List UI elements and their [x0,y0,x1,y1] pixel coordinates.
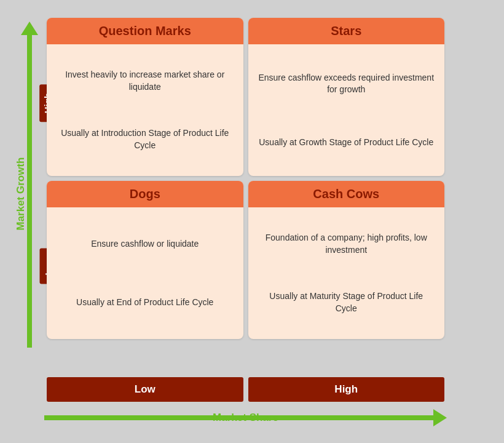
x-axis-text: Market Share [213,412,278,423]
question-marks-header: Question Marks [47,18,243,44]
quadrant-stars: Stars Ensure cashflow exceeds required i… [248,18,445,176]
cash-cows-text2: Usually at Maturity Stage of Product Lif… [258,290,435,314]
stars-text1: Ensure cashflow exceeds required investm… [258,72,435,96]
question-marks-title: Question Marks [99,24,191,38]
stars-text2: Usually at Growth Stage of Product Life … [258,137,435,149]
dogs-text2: Usually at End of Product Life Cycle [57,297,234,309]
dogs-title: Dogs [130,187,160,201]
dogs-body: Ensure cashflow or liquidate Usually at … [47,207,243,339]
stars-title: Stars [331,24,361,38]
cash-cows-body: Foundation of a company; high profits, l… [248,207,445,339]
quadrant-cash-cows: Cash Cows Foundation of a company; high … [248,181,445,339]
bcg-matrix-grid: Question Marks Invest heavily to increas… [44,15,447,341]
cash-cows-text1: Foundation of a company; high profits, l… [258,232,435,256]
x-axis-label: Market Share [44,412,447,424]
y-axis-arrowhead [21,22,38,35]
dogs-text1: Ensure cashflow or liquidate [57,238,234,250]
bottom-label-low: Low [47,377,243,402]
bottom-label-high: High [248,377,445,402]
bottom-labels: Low High [44,377,447,402]
cash-cows-header: Cash Cows [248,181,445,207]
stars-body: Ensure cashflow exceeds required investm… [248,44,445,176]
dogs-header: Dogs [47,181,243,207]
y-axis-text: Market Growth [15,157,27,230]
bcg-matrix-container: Market Growth High Low Question Marks In… [12,9,492,434]
quadrant-question-marks: Question Marks Invest heavily to increas… [47,18,243,176]
question-marks-text1: Invest heavily to increase market share … [57,69,234,93]
question-marks-text2: Usually at Introduction Stage of Product… [57,127,234,151]
question-marks-body: Invest heavily to increase market share … [47,44,243,176]
quadrant-dogs: Dogs Ensure cashflow or liquidate Usuall… [47,181,243,339]
y-axis-label: Market Growth [12,46,30,341]
cash-cows-title: Cash Cows [313,187,379,201]
stars-header: Stars [248,18,445,44]
